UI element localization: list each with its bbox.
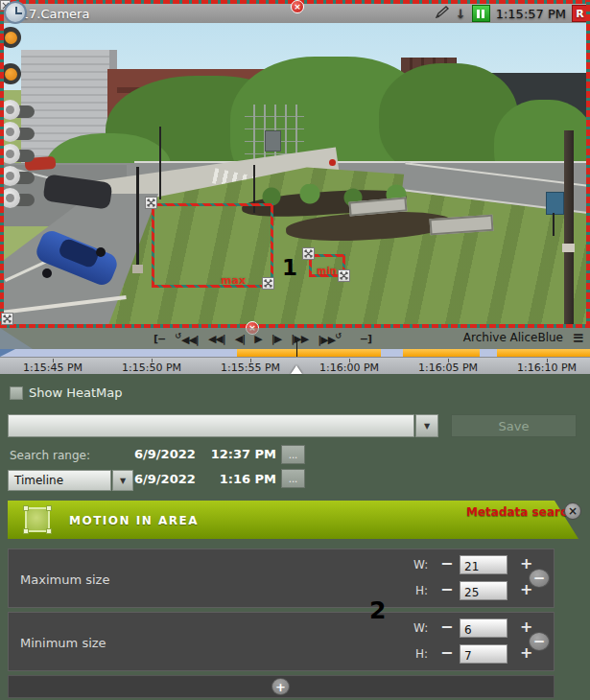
next-event-button[interactable]: |▶▶↺ — [318, 332, 342, 346]
motion-area-max-rect[interactable] — [152, 203, 273, 288]
show-heatmap-label: Show HeatMap — [29, 385, 122, 400]
preset-combobox[interactable] — [8, 414, 414, 437]
playbar-menu-icon[interactable]: ≡ — [572, 329, 584, 346]
scene-hydrant — [329, 159, 336, 166]
scene-lamp-base-1 — [132, 265, 143, 273]
min-width-input[interactable] — [460, 621, 507, 639]
maximum-size-label: Maximum size — [20, 572, 109, 587]
start-date: 6/9/2022 — [134, 447, 196, 461]
timeline-gap-2 — [480, 349, 497, 357]
minimum-size-label: Minimum size — [20, 636, 106, 650]
pause-button[interactable] — [472, 5, 490, 22]
camera-video-view[interactable] — [0, 23, 590, 327]
max-width-input[interactable] — [460, 558, 507, 575]
range-source-dropdown-button[interactable]: ▼ — [112, 470, 133, 491]
play-button[interactable]: ▶ — [254, 333, 261, 345]
min-height-field[interactable] — [460, 644, 507, 664]
archive-label[interactable]: Archive AliceBlue — [463, 331, 563, 344]
max-height-field[interactable] — [460, 581, 507, 600]
end-date: 6/9/2022 — [134, 472, 196, 486]
clock-mark-icon: ↺ — [175, 332, 181, 340]
range-source-value: Timeline — [9, 474, 63, 487]
timeline-label-4: 1:16:00 PM — [306, 362, 392, 374]
min-height-input[interactable] — [460, 647, 507, 665]
max-rect-handle-br[interactable] — [262, 277, 274, 290]
search-range-label: Search range: — [10, 449, 90, 462]
scene-sidewalk-line — [134, 161, 590, 163]
preset-input[interactable] — [9, 415, 413, 436]
end-time: 1:16 PM — [220, 472, 276, 486]
goto-start-button[interactable]: [− — [153, 333, 165, 345]
timeline-clock-icon[interactable] — [4, 1, 27, 24]
save-button[interactable]: Save — [451, 414, 577, 437]
max-rect-handle-tl[interactable] — [145, 197, 157, 209]
download-icon[interactable]: ↓ — [456, 7, 466, 21]
fast-rewind-button[interactable]: ◀◀| — [208, 333, 225, 345]
max-width-field[interactable] — [460, 555, 507, 574]
height-label: H: — [415, 647, 428, 661]
remove-maximum-size-button[interactable]: − — [529, 569, 550, 588]
timeline-label-6: 1:16:10 PM — [504, 362, 590, 374]
close-icon[interactable]: × — [564, 502, 581, 520]
show-heatmap-checkbox[interactable] — [10, 386, 23, 400]
camera-search-window: ▽ 17.Camera ↓ 1:15:57 PM R — [0, 0, 590, 700]
scene-substation-box — [265, 130, 281, 152]
scene-blue-car-wheel-1 — [42, 268, 52, 278]
frame-selection-right[interactable] — [586, 0, 590, 328]
max-area-label: max — [221, 274, 246, 287]
step-back-button[interactable]: ◀| — [235, 333, 245, 345]
annotation-marker-2: 2 — [369, 598, 386, 622]
scene-lamp-post-2 — [159, 127, 161, 199]
start-datetime-browse-button[interactable]: ... — [281, 445, 305, 464]
max-height-input[interactable] — [460, 584, 507, 601]
timeline-ruler[interactable]: 1:15:45 PM 1:15:50 PM 1:15:55 PM 1:16:00… — [0, 357, 590, 374]
step-forward-button[interactable]: |▶ — [271, 333, 281, 345]
min-width-field[interactable] — [460, 618, 507, 638]
min-width-decrease-button[interactable]: − — [440, 619, 453, 635]
add-condition-button[interactable]: + — [271, 678, 290, 695]
end-datetime-browse-button[interactable]: ... — [281, 469, 305, 488]
min-width-increase-button[interactable]: + — [520, 619, 532, 635]
motion-panel-title: MOTION IN AREA — [69, 514, 199, 527]
scene-blue-car-wheel-2 — [96, 247, 106, 257]
timeline-label-5: 1:16:05 PM — [405, 362, 491, 374]
min-area-label: min — [317, 266, 337, 276]
width-label: W: — [413, 558, 428, 572]
width-label: W: — [413, 621, 428, 635]
min-height-decrease-button[interactable]: − — [440, 645, 453, 661]
min-rect-handle-br[interactable] — [338, 269, 350, 282]
minimum-size-row: Minimum size W: − + H: − + − — [8, 612, 555, 671]
annotation-marker-1: 1 — [282, 257, 297, 279]
max-width-decrease-button[interactable]: − — [440, 556, 453, 572]
prev-event-button[interactable]: ↺◀◀| — [175, 332, 199, 346]
goto-end-button[interactable]: −] — [360, 333, 371, 345]
timeline-label-2: 1:15:50 PM — [108, 362, 195, 374]
frame-handle-bl[interactable] — [1, 313, 13, 325]
range-source-select[interactable]: Timeline — [8, 470, 111, 491]
edit-icon[interactable] — [436, 6, 450, 21]
frame-selection-left[interactable] — [0, 0, 4, 328]
search-end-datetime: 6/9/2022 1:16 PM — [134, 472, 276, 486]
playhead-marker[interactable] — [291, 365, 302, 374]
max-width-increase-button[interactable]: + — [520, 556, 532, 572]
timeline-left-wedge — [0, 349, 15, 357]
timeline-activity-strip[interactable] — [0, 349, 590, 357]
fast-forward-button[interactable]: |▶▶ — [291, 333, 308, 345]
scene-pole-band — [562, 244, 575, 252]
add-condition-row: + — [8, 675, 555, 698]
max-height-decrease-button[interactable]: − — [440, 582, 453, 597]
start-time: 12:37 PM — [211, 447, 276, 461]
scene-lamp-post-1 — [136, 167, 139, 268]
min-rect-handle-tl[interactable] — [302, 247, 315, 260]
timeline-recording-segment — [237, 349, 590, 357]
remove-minimum-size-button[interactable]: − — [529, 632, 550, 651]
height-label: H: — [415, 584, 428, 597]
chevron-down-icon: ▼ — [120, 477, 126, 485]
scene-utility-pole — [564, 130, 574, 327]
chevron-down-icon: ▼ — [424, 422, 430, 431]
scene-blue-sign — [546, 192, 564, 215]
frame-delete-top-button[interactable]: × — [291, 0, 304, 13]
preset-dropdown-button[interactable]: ▼ — [415, 414, 438, 437]
camera-title: 17.Camera — [21, 7, 90, 21]
maximum-size-row: Maximum size W: − + H: − + − — [8, 548, 555, 608]
